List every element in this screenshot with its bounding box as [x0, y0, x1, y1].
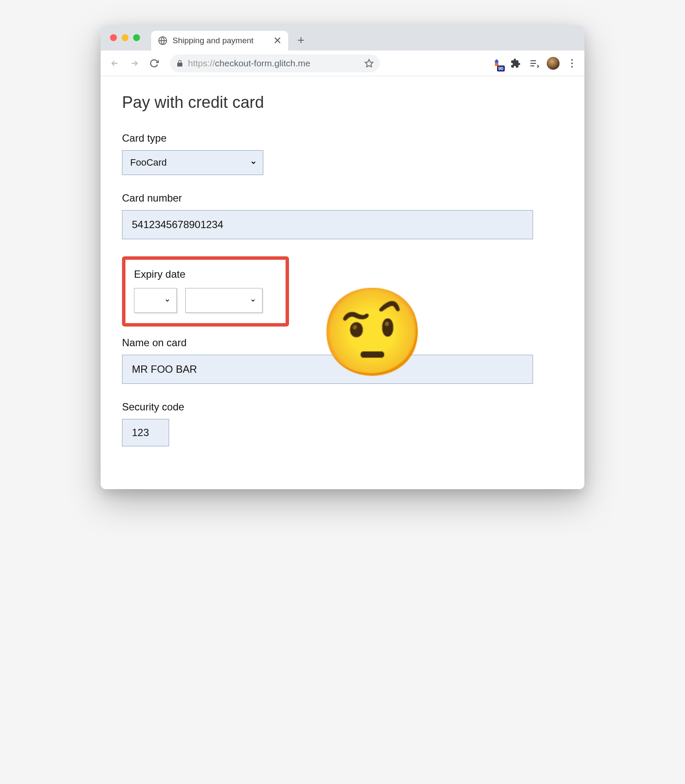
close-window-button[interactable]	[110, 34, 117, 41]
card-number-value: 5412345678901234	[132, 219, 223, 231]
extensions-icon[interactable]	[509, 57, 522, 70]
browser-tab[interactable]: Shipping and payment ✕	[151, 31, 288, 50]
name-on-card-value: MR FOO BAR	[132, 363, 197, 375]
expiry-highlight-box: Expiry date	[122, 256, 289, 327]
card-type-value: FooCard	[130, 157, 167, 168]
back-button[interactable]	[107, 55, 123, 71]
security-code-input[interactable]: 123	[122, 419, 169, 446]
address-bar[interactable]: https://checkout-form.glitch.me	[170, 54, 380, 72]
expiry-label: Expiry date	[134, 268, 277, 280]
name-on-card-input[interactable]: MR FOO BAR	[122, 355, 533, 384]
chevron-down-icon	[164, 297, 170, 303]
expiry-selects	[134, 288, 277, 313]
chevron-down-icon	[250, 159, 257, 166]
chevron-down-icon	[250, 297, 256, 303]
lock-icon	[176, 59, 184, 67]
forward-button[interactable]	[126, 55, 143, 71]
expiry-year-select[interactable]	[185, 288, 262, 313]
card-number-input[interactable]: 5412345678901234	[122, 210, 533, 239]
lighthouse-score-badge: 90	[497, 65, 505, 71]
minimize-window-button[interactable]	[122, 34, 128, 41]
name-on-card-field: Name on card MR FOO BAR	[122, 337, 563, 384]
window-controls	[110, 34, 140, 41]
name-on-card-label: Name on card	[122, 337, 563, 349]
globe-icon	[158, 36, 167, 45]
card-number-label: Card number	[122, 192, 563, 204]
url-text: https://checkout-form.glitch.me	[188, 58, 310, 68]
reading-list-icon[interactable]	[528, 57, 541, 70]
browser-toolbar: https://checkout-form.glitch.me 90	[101, 50, 584, 76]
card-type-field: Card type FooCard	[122, 132, 563, 175]
security-code-value: 123	[132, 427, 149, 439]
toolbar-right: 90	[490, 57, 578, 70]
close-tab-button[interactable]: ✕	[273, 35, 282, 47]
bookmark-star-icon[interactable]	[364, 59, 374, 68]
profile-avatar[interactable]	[547, 57, 560, 70]
reload-button[interactable]	[146, 55, 162, 71]
browser-window: Shipping and payment ✕ + https://checkou…	[101, 26, 584, 489]
page-title: Pay with credit card	[122, 93, 563, 112]
new-tab-button[interactable]: +	[292, 32, 310, 49]
svg-marker-1	[365, 59, 373, 66]
tab-strip: Shipping and payment ✕ +	[101, 26, 584, 50]
card-type-select[interactable]: FooCard	[122, 150, 263, 175]
maximize-window-button[interactable]	[133, 34, 140, 41]
lighthouse-extension-icon[interactable]: 90	[490, 57, 503, 70]
overflow-menu-button[interactable]	[566, 59, 578, 68]
page-content: Pay with credit card Card type FooCard C…	[101, 76, 584, 489]
card-number-field: Card number 5412345678901234	[122, 192, 563, 239]
tab-title: Shipping and payment	[173, 36, 268, 45]
security-code-field: Security code 123	[122, 401, 563, 446]
security-code-label: Security code	[122, 401, 563, 413]
card-type-label: Card type	[122, 132, 563, 144]
expiry-month-select[interactable]	[134, 288, 177, 313]
